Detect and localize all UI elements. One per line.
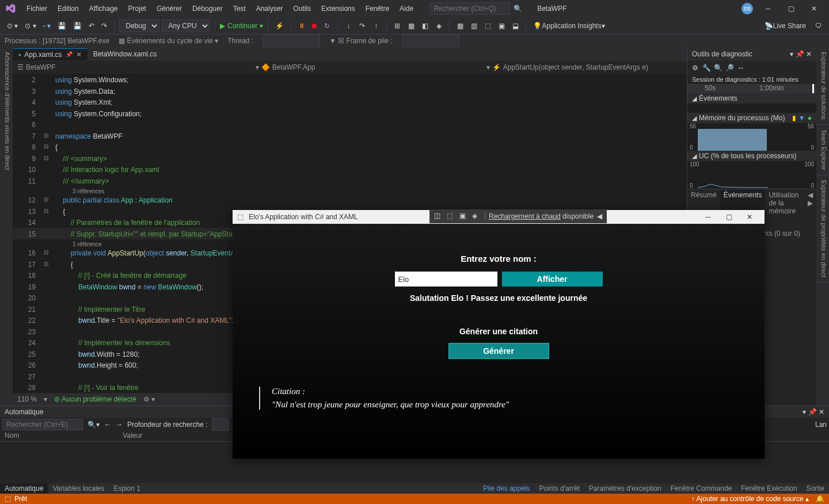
step-into-button[interactable]: ↓ <box>343 20 354 32</box>
bottom-tab-command[interactable]: Fenêtre Commande <box>666 483 737 494</box>
user-avatar[interactable]: EB <box>741 3 753 14</box>
display-button[interactable]: Afficher <box>502 272 603 287</box>
panel-close-icon[interactable]: ✕ <box>806 50 812 58</box>
issues-indicator[interactable]: ⊘ Aucun problème détecté <box>54 395 136 403</box>
bottom-tab-automatique[interactable]: Automatique <box>0 483 48 494</box>
platform-dropdown[interactable]: Any CPU <box>162 20 210 32</box>
display-layout-icon[interactable]: ▣ <box>459 212 469 221</box>
bottom-tab-immediate[interactable]: Fenêtre Exécution <box>736 483 801 494</box>
save-button[interactable]: 💾 <box>55 21 69 31</box>
toolbar-icon[interactable]: ▦ <box>454 20 466 32</box>
quick-search-input[interactable] <box>429 2 510 15</box>
menu-analyser[interactable]: Analyser <box>252 2 288 15</box>
diag-select-tools-icon[interactable]: 🔧 <box>701 63 712 73</box>
nav-back-button[interactable]: ⊙ ▾ <box>5 21 20 31</box>
right-rail-property-explorer[interactable]: Explorateur de propriétés en direct <box>816 175 829 282</box>
diag-zoom-out-icon[interactable]: 🔎 <box>724 63 735 73</box>
panel-pin-icon[interactable]: 📌 <box>796 50 804 58</box>
lifecycle-events[interactable]: ▦ Événements du cycle de vie ▾ <box>119 37 218 45</box>
generate-button[interactable]: Générer <box>448 343 549 359</box>
toolbar-icon[interactable]: ⬚ <box>482 20 493 32</box>
breadcrumb-project[interactable]: ☰ BetaWPF <box>17 63 55 71</box>
left-rail-visual-tree[interactable]: Arborescence d'éléments visuels en direc… <box>0 47 13 406</box>
right-rail-team-explorer[interactable]: Team Explorer <box>816 125 829 175</box>
tab-betawindow-xaml-cs[interactable]: BetaWindow.xaml.cs <box>88 48 163 60</box>
col-name[interactable]: Nom <box>5 432 19 441</box>
toolbar-icon[interactable]: ⬓ <box>509 20 521 32</box>
bottom-tab-exceptions[interactable]: Paramètres d'exception <box>584 483 666 494</box>
search-icon[interactable]: 🔍▾ <box>88 421 100 429</box>
breadcrumb-method[interactable]: ▾ ⚡ AppStartUp(object sender, StartupEve… <box>486 63 648 71</box>
maximize-button[interactable]: ▢ <box>781 2 801 16</box>
breadcrumb-namespace[interactable]: ▾ 🔶 BetaWPF.App <box>256 63 315 71</box>
toolbar-icon[interactable]: ▣ <box>496 20 507 32</box>
diag-zoom-in-icon[interactable]: 🔍 <box>713 63 723 73</box>
source-control-button[interactable]: ↑ Ajouter au contrôle de code source ▴ <box>691 495 809 503</box>
hot-reload-icon[interactable]: ⚡ <box>273 21 286 31</box>
toolbar-icon[interactable]: ⊞ <box>391 20 403 32</box>
diag-reset-zoom-icon[interactable]: ↔ <box>736 63 746 73</box>
config-dropdown[interactable]: Debug <box>119 20 159 32</box>
panel-dropdown-icon[interactable]: ▾ <box>803 408 806 416</box>
zoom-level[interactable]: 110 % <box>17 395 37 403</box>
bottom-tab-watch[interactable]: Espion 1 <box>109 483 145 494</box>
menu-outils[interactable]: Outils <box>288 2 315 15</box>
autos-search-input[interactable] <box>2 419 83 430</box>
hotreload-collapse-icon[interactable]: ◀ <box>597 212 602 220</box>
restart-button[interactable]: ↻ <box>321 20 333 32</box>
diag-settings-icon[interactable]: ⚙ <box>690 63 700 73</box>
gc-icon[interactable]: ▼ <box>798 114 805 122</box>
bottom-tab-callstack[interactable]: Pile des appels <box>478 483 534 494</box>
app-insights-button[interactable]: 💡 Application Insights ▾ <box>531 21 607 31</box>
diag-tab-memory[interactable]: Utilisation de la mémoire <box>765 189 804 217</box>
nav-fwd-button[interactable]: ⊙ ▾ <box>22 21 38 31</box>
undo-button[interactable]: ↶ <box>86 21 97 31</box>
step-out-button[interactable]: ↑ <box>370 20 382 32</box>
menu-generer[interactable]: Générer <box>152 2 187 15</box>
search-icon[interactable]: 🔍 <box>510 5 526 13</box>
bottom-tab-locals[interactable]: Variables locales <box>48 483 109 494</box>
panel-dropdown-icon[interactable]: ▾ <box>790 50 793 58</box>
stop-button[interactable]: ⏹ <box>309 20 320 32</box>
issues-settings-icon[interactable]: ⚙ ▾ <box>143 395 155 403</box>
menu-deboguer[interactable]: Déboguer <box>188 2 227 15</box>
depth-dropdown[interactable] <box>212 418 229 431</box>
app-close-button[interactable]: ✕ <box>739 211 760 223</box>
panel-pin-icon[interactable]: 📌 <box>808 408 817 416</box>
right-rail-solution-explorer[interactable]: Explorateur de solutions <box>816 47 829 125</box>
col-value[interactable]: Valeur <box>123 432 142 441</box>
diag-tabs-nav[interactable]: ◀ ▶ <box>804 189 816 217</box>
toolbar-icon[interactable]: ◈ <box>433 20 444 32</box>
break-all-button[interactable]: ⏸ <box>296 20 307 32</box>
menu-projet[interactable]: Projet <box>124 2 151 15</box>
panel-close-icon[interactable]: ✕ <box>819 408 824 416</box>
thread-dropdown[interactable] <box>263 35 320 47</box>
app-minimize-button[interactable]: ─ <box>698 211 718 223</box>
snapshot-icon[interactable]: ● <box>808 114 812 122</box>
new-item-button[interactable]: ▫ ▾ <box>41 21 54 31</box>
live-share-button[interactable]: 📡 Live Share <box>762 21 808 31</box>
stackframe-dropdown[interactable] <box>402 35 459 47</box>
continue-button[interactable]: ▶ Continuer ▾ <box>220 22 263 30</box>
bottom-tab-breakpoints[interactable]: Points d'arrêt <box>535 483 584 494</box>
menu-fenetre[interactable]: Fenêtre <box>361 2 394 15</box>
notifications-icon[interactable]: 🔔 <box>816 495 824 503</box>
close-tab-icon[interactable]: ✕ <box>76 51 82 59</box>
diag-events-section[interactable]: ◢ Événements <box>687 93 816 104</box>
minimize-button[interactable]: ─ <box>758 2 778 16</box>
menu-test[interactable]: Test <box>229 2 250 15</box>
app-titlebar[interactable]: ⬚ Elo's Application with C# and XAML ◫ ⬚… <box>233 210 765 224</box>
redo-button[interactable]: ↷ <box>99 21 109 31</box>
name-input[interactable] <box>395 272 497 287</box>
menu-edition[interactable]: Edition <box>53 2 83 15</box>
track-focus-icon[interactable]: ◈ <box>472 212 481 221</box>
tab-app-xaml-cs[interactable]: ▪ App.xaml.cs 📌 ✕ <box>13 48 88 60</box>
menu-extensions[interactable]: Extensions <box>317 2 360 15</box>
toolbar-icon[interactable]: ▥ <box>468 20 480 32</box>
pin-icon[interactable]: 📌 <box>66 51 73 58</box>
nav-prev-icon[interactable]: ← <box>104 421 111 429</box>
app-maximize-button[interactable]: ▢ <box>718 211 739 223</box>
step-over-button[interactable]: ↷ <box>356 20 368 32</box>
diag-cpu-section[interactable]: ◢ UC (% de tous les processeurs) <box>687 151 816 161</box>
diag-memory-section[interactable]: ◢ Mémoire du processus (Mo) ▮ ▼ ● <box>687 113 816 123</box>
